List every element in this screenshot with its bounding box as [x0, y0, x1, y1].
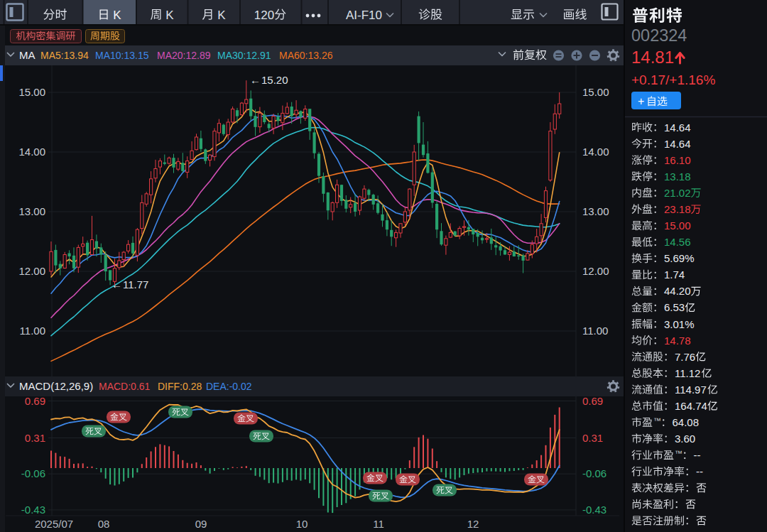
svg-text:MA30:12.91: MA30:12.91 [217, 50, 271, 61]
svg-text:-0.43: -0.43 [21, 504, 45, 516]
svg-text:44.20: 44.20 [664, 285, 691, 297]
svg-text:1.74: 1.74 [664, 268, 685, 281]
svg-text:--: -- [694, 449, 701, 461]
svg-text:0.69: 0.69 [582, 395, 603, 407]
svg-text:15.00: 15.00 [664, 219, 691, 232]
svg-text:164.74: 164.74 [675, 400, 707, 412]
svg-text:K: K [163, 9, 175, 22]
svg-text:13.18: 13.18 [664, 170, 691, 183]
svg-text:120: 120 [254, 9, 274, 22]
svg-text:64.08: 64.08 [673, 416, 700, 428]
svg-text:™: ™ [653, 416, 661, 425]
svg-text:12.00: 12.00 [582, 265, 609, 277]
svg-text:3.60: 3.60 [675, 433, 695, 445]
svg-text:-0.43: -0.43 [582, 504, 606, 516]
svg-text:14.56: 14.56 [664, 236, 691, 248]
svg-text:14.00: 14.00 [18, 146, 45, 158]
svg-text:13.00: 13.00 [582, 205, 609, 217]
svg-text:-0.06: -0.06 [582, 467, 606, 479]
svg-text:11.77: 11.77 [123, 278, 148, 291]
svg-text:5.69%: 5.69% [664, 252, 695, 264]
svg-text:←: ← [250, 74, 261, 86]
svg-text:MA10:13.15: MA10:13.15 [95, 50, 149, 61]
svg-text:2025/07: 2025/07 [35, 518, 73, 530]
svg-text:™: ™ [675, 449, 682, 457]
svg-text:MA5:13.94: MA5:13.94 [40, 50, 89, 61]
svg-text:3.01%: 3.01% [664, 318, 695, 330]
svg-text:DEA:-0.02: DEA:-0.02 [206, 381, 252, 392]
svg-text:7.76: 7.76 [675, 351, 695, 363]
svg-text:6.53: 6.53 [664, 301, 685, 313]
svg-text:14.81: 14.81 [631, 48, 674, 67]
svg-text:14.64: 14.64 [664, 138, 691, 150]
svg-text:23.18: 23.18 [664, 203, 691, 215]
svg-text:MA: MA [19, 49, 36, 61]
svg-text:14.00: 14.00 [582, 146, 609, 158]
svg-text:15.00: 15.00 [582, 86, 609, 98]
svg-text:12: 12 [467, 518, 479, 530]
svg-text:--: -- [696, 465, 703, 477]
svg-text:11.12: 11.12 [675, 367, 700, 379]
svg-text:16.10: 16.10 [664, 154, 691, 166]
svg-text:+: + [638, 95, 644, 107]
svg-text:K: K [214, 9, 227, 22]
svg-text:+0.17/+1.16%: +0.17/+1.16% [631, 72, 715, 87]
svg-text:12.00: 12.00 [18, 265, 45, 277]
svg-text:MA60:13.26: MA60:13.26 [279, 50, 333, 61]
svg-text:08: 08 [98, 518, 110, 530]
svg-text:MACD(12,26,9): MACD(12,26,9) [19, 380, 93, 392]
svg-text:←: ← [111, 278, 122, 291]
svg-text:09: 09 [195, 518, 207, 530]
svg-text:002324: 002324 [631, 26, 687, 45]
svg-text:11.00: 11.00 [582, 325, 608, 337]
svg-text:11: 11 [373, 518, 384, 530]
svg-text:13.00: 13.00 [18, 205, 45, 217]
svg-text:14.78: 14.78 [664, 335, 691, 347]
svg-text:0.69: 0.69 [25, 395, 45, 407]
svg-text:MACD:0.61: MACD:0.61 [99, 381, 151, 392]
svg-text:21.02: 21.02 [664, 187, 691, 199]
svg-text:15.00: 15.00 [18, 86, 45, 98]
svg-text:114.97: 114.97 [675, 384, 707, 396]
svg-text:MA20:12.89: MA20:12.89 [157, 50, 211, 61]
svg-text:15.20: 15.20 [261, 74, 288, 86]
svg-text:0.31: 0.31 [25, 432, 45, 444]
svg-text:DIFF:0.28: DIFF:0.28 [158, 381, 202, 392]
svg-text:11.00: 11.00 [20, 325, 45, 337]
svg-text:0.31: 0.31 [582, 432, 603, 444]
svg-text:14.64: 14.64 [664, 121, 691, 134]
svg-text:-0.06: -0.06 [21, 467, 45, 479]
svg-text:K: K [110, 9, 122, 22]
svg-text:AI-F10: AI-F10 [346, 9, 382, 22]
svg-text:10: 10 [296, 518, 308, 530]
